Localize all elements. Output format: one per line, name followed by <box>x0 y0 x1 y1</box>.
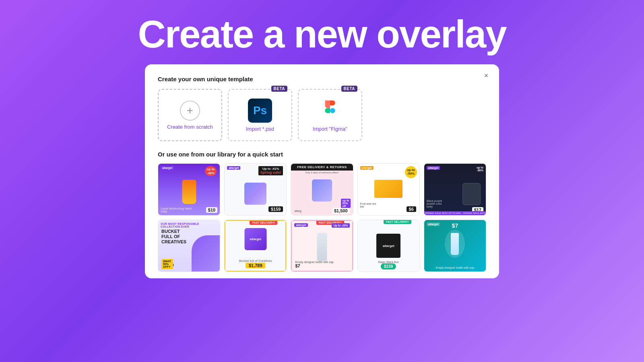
library-card-8[interactable]: altarget FAST DELIVERY! Up to -26% Empty… <box>291 220 353 272</box>
price-tag: $1,500 <box>332 208 350 214</box>
product-image: altarget <box>244 228 266 250</box>
library-card-5[interactable]: altarget up to-90% Black purpledouble co… <box>424 163 486 216</box>
discount-badge: up to-90% <box>477 166 483 172</box>
library-card-2[interactable]: altarget Up to -41%Spring sale! $159 <box>224 163 287 216</box>
scratch-label: Create from scratch <box>167 124 213 130</box>
figma-label: Import "Figma" <box>313 126 347 132</box>
figma-icon <box>318 99 342 123</box>
product-image <box>451 233 459 255</box>
product-label: Empty designer bottle with cap <box>427 266 483 269</box>
price-tag: $159 <box>381 263 396 269</box>
section1-title: Create your own unique template <box>158 76 486 82</box>
psd-label: Import *.psd <box>246 126 274 132</box>
import-psd-card[interactable]: BETA Ps Import *.psd <box>228 89 292 141</box>
close-button[interactable]: × <box>481 70 492 81</box>
price-tag: $7 <box>295 263 300 268</box>
import-figma-card[interactable]: BETA Import "Figma" <box>298 89 362 141</box>
library-card-1[interactable]: altarget up to-46% Liquid Moisturizing H… <box>158 163 220 216</box>
brand-tag: altarg <box>294 210 301 212</box>
discount-badge: up to-50% <box>405 166 417 178</box>
product-label: Liquid Moisturizing HandSoap <box>161 207 192 213</box>
library-title: Or use one from our library for a quick … <box>158 151 486 158</box>
brand-tag: altarget <box>360 166 374 170</box>
product-name: BUCKETFULL OFCREATIVES <box>161 229 186 245</box>
library-card-10[interactable]: altarget $7 Empty designer bottle with c… <box>424 220 486 272</box>
discount-badge: up to-46% <box>205 166 217 176</box>
brand-tag: altarget <box>227 166 240 170</box>
library-card-4[interactable]: altarget up to-50% Fruit and nutbar $6 <box>357 163 420 216</box>
product-image <box>374 180 402 198</box>
price-large: $7 <box>452 222 458 229</box>
product-image <box>317 233 327 261</box>
product-image <box>312 179 332 202</box>
template-options: + Create from scratch BETA Ps Import *.p… <box>158 89 486 141</box>
product-label: Black purpledouble colorbody <box>427 200 442 208</box>
product-label: Magic Black Box <box>361 261 416 263</box>
discount-badge: Up to -26% <box>332 223 349 228</box>
banner-sub: Only 5 days of exclusive offers! <box>291 171 353 175</box>
product-image <box>244 183 266 205</box>
price-tag: $159 <box>268 206 283 212</box>
product-image: altarget <box>376 234 400 258</box>
price-tag: $6 <box>407 206 416 212</box>
banner-header: FREE DELIVERY & RETURNS <box>291 164 353 171</box>
library-card-3[interactable]: FREE DELIVERY & RETURNS Only 5 days of e… <box>291 163 353 216</box>
delivery-badge: FAST DELIVERY! <box>250 220 277 225</box>
library-grid: altarget up to-46% Liquid Moisturizing H… <box>158 163 486 272</box>
brand-tag: altarget <box>427 166 440 170</box>
price-tag: $1,789 <box>246 263 266 268</box>
brand-tag: altarget <box>427 222 440 226</box>
library-card-7[interactable]: FAST DELIVERY! altarget Bucket full of C… <box>224 220 287 272</box>
discount-badge: WANT50%OFF? <box>161 259 173 269</box>
library-section: Or use one from our library for a quick … <box>158 151 486 278</box>
brand-tag: altarget <box>294 223 308 227</box>
page-title: Create a new overlay <box>138 12 506 56</box>
beta-badge-figma: BETA <box>341 86 357 92</box>
product-image <box>192 235 220 272</box>
promo-text: OUR MOST RESPONSIBLE COLLECTION EVER <box>161 222 217 228</box>
plus-icon: + <box>180 101 200 121</box>
library-card-9[interactable]: FAST DELIVERY! altarget Magic Black Box … <box>357 220 420 272</box>
delivery-badge: FAST DELIVERY! <box>384 220 411 224</box>
price-tag: $10 <box>206 207 217 213</box>
library-card-6[interactable]: OUR MOST RESPONSIBLE COLLECTION EVER BUC… <box>158 220 220 272</box>
product-label: Bucket full of Creatives <box>229 259 282 263</box>
beta-badge-psd: BETA <box>271 86 287 92</box>
product-image <box>460 181 483 207</box>
brand-tag: altarget <box>161 166 174 170</box>
modal: × Create your own unique template + Crea… <box>145 64 499 278</box>
product-label: Empty designer bottle with cap <box>295 261 333 263</box>
create-scratch-card[interactable]: + Create from scratch <box>158 89 222 141</box>
discount-badge: up to50%off <box>341 199 350 208</box>
promo-bar: SPRING SALE 30TH UP TO 60% · SPRING SALE… <box>424 211 486 215</box>
product-image <box>182 180 196 204</box>
promo-badge: Up to -41%Spring sale! <box>258 166 283 175</box>
product-label: Fruit and nutbar <box>360 202 376 208</box>
photoshop-icon: Ps <box>248 99 272 123</box>
